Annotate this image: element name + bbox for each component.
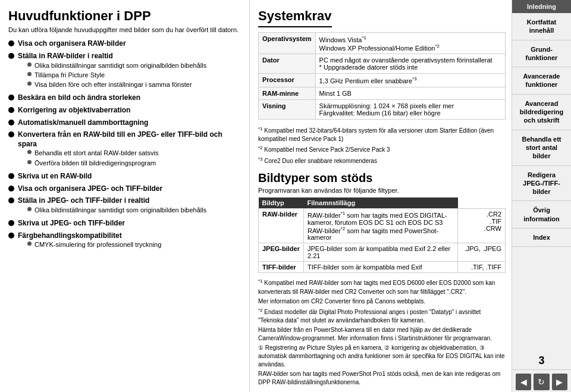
bullet-icon bbox=[8, 131, 14, 137]
left-section-item: Ställa in RAW-bilder i realtidOlika bild… bbox=[8, 52, 242, 90]
bullet-icon bbox=[8, 186, 14, 192]
left-sections: Visa och organisera RAW-bilderStälla in … bbox=[8, 39, 242, 250]
sysreq-value: 1,3 GHz Pentium eller snabbare*3 bbox=[315, 74, 505, 87]
sidebar-inledning-header: Inledning bbox=[512, 0, 571, 13]
bild-desc: TIFF-bilder som är kompatibla med Exif bbox=[303, 262, 457, 273]
bild-ext: .TIF, .TIFF bbox=[458, 262, 506, 273]
sub-bullet-icon bbox=[27, 150, 32, 154]
bild-row: TIFF-bilderTIFF-bilder som är kompatibla… bbox=[259, 262, 506, 273]
section-label: Beskära en bild och ändra storleken bbox=[18, 93, 140, 102]
bild-type: JPEG-bilder bbox=[259, 243, 304, 262]
sysreq-value: Skärmupplösning: 1 024 × 768 pixels elle… bbox=[315, 99, 505, 119]
bullet-icon bbox=[8, 107, 14, 113]
bild-footnote: *1 Kompatibel med RAW-bilder som har tag… bbox=[258, 278, 506, 296]
sidebar-nav: ◀ ↻ ▶ bbox=[512, 369, 571, 392]
left-section-item: Ställa in JPEG- och TIFF-bilder i realti… bbox=[8, 196, 242, 216]
sysreq-footnote: *1 Kompatibel med 32-bitars/64-bitars sy… bbox=[258, 126, 506, 143]
sysreq-row: VisningSkärmupplösning: 1 024 × 768 pixe… bbox=[259, 99, 506, 119]
sidebar-item-7[interactable]: Index bbox=[512, 228, 571, 247]
bild-footnote: Mer information om CR2 Converter finns p… bbox=[258, 297, 506, 306]
left-section-item: Skriva ut JPEG- och TIFF-bilder bbox=[8, 219, 242, 228]
sidebar-item-6[interactable]: Övrig information bbox=[512, 201, 571, 228]
section-label: Automatisk/manuell dammborttagning bbox=[18, 118, 148, 127]
sidebar-item-3[interactable]: Avancerad bildredigering och utskrift bbox=[512, 95, 571, 130]
section-label: Konvertera från en RAW-bild till en JPEG… bbox=[18, 130, 222, 148]
sysreq-row: OperativsystemWindows Vista*1Windows XP … bbox=[259, 33, 506, 54]
sysreq-value: Windows Vista*1Windows XP Professional/H… bbox=[315, 33, 505, 54]
sysreq-row: Processor1,3 GHz Pentium eller snabbare*… bbox=[259, 74, 506, 87]
page-number: 3 bbox=[512, 352, 571, 369]
bild-desc: JPEG-bilder som är kompatibla med Exif 2… bbox=[303, 243, 457, 262]
section-label: Ställa in JPEG- och TIFF-bilder i realti… bbox=[18, 196, 149, 205]
sidebar-item-0[interactable]: Kortfattat innehåll bbox=[512, 13, 571, 40]
sidebar-items: Kortfattat innehållGrund- funktionerAvan… bbox=[512, 13, 571, 247]
sidebar-item-4[interactable]: Behandla ett stort antal bilder bbox=[512, 130, 571, 166]
sysreq-value: Minst 1 GB bbox=[315, 87, 505, 99]
left-section-item: Visa och organisera JPEG- och TIFF-bilde… bbox=[8, 184, 242, 194]
section-label: Korrigering av objektivaberration bbox=[18, 106, 130, 114]
bild-type: TIFF-bilder bbox=[259, 262, 304, 273]
sysreq-label: Processor bbox=[259, 74, 316, 87]
bullet-icon bbox=[8, 53, 14, 59]
bild-desc: RAW-bilder*1 som har tagits med EOS DIGI… bbox=[303, 208, 457, 243]
sub-item-label: Olika bildinställningar samtidigt som or… bbox=[34, 61, 206, 70]
section-label: Visa och organisera JPEG- och TIFF-bilde… bbox=[18, 184, 162, 193]
page-subtitle: Du kan utföra följande huvuduppgifter me… bbox=[8, 26, 242, 33]
bullet-icon bbox=[8, 40, 14, 46]
nav-prev-button[interactable]: ◀ bbox=[516, 374, 531, 390]
bild-footnotes: *1 Kompatibel med RAW-bilder som har tag… bbox=[258, 278, 506, 387]
sysreq-row: DatorPC med något av ovanstående operati… bbox=[259, 54, 506, 74]
sidebar: Inledning Kortfattat innehållGrund- funk… bbox=[512, 0, 571, 392]
sub-item: Visa bilden före och efter inställningar… bbox=[27, 80, 206, 89]
bullet-icon bbox=[8, 197, 14, 203]
nav-refresh-button[interactable]: ↻ bbox=[534, 374, 549, 390]
bild-row: JPEG-bilderJPEG-bilder som är kompatibla… bbox=[259, 243, 506, 262]
sysreq-footnotes: *1 Kompatibel med 32-bitars/64-bitars sy… bbox=[258, 126, 506, 165]
bild-ext: .JPG, .JPEG bbox=[458, 243, 506, 262]
left-section-item: FärgbehandlingskompatibilitetCMYK-simule… bbox=[8, 231, 242, 251]
section-label: Ställa in RAW-bilder i realtid bbox=[18, 52, 113, 60]
bullet-icon bbox=[8, 173, 14, 179]
bild-type: RAW-bilder bbox=[259, 208, 304, 243]
sysreq-footnote: *3 Core2 Duo eller snabbare rekommendera… bbox=[258, 156, 506, 165]
nav-next-button[interactable]: ▶ bbox=[552, 374, 567, 390]
sidebar-item-1[interactable]: Grund- funktioner bbox=[512, 40, 571, 68]
bild-row: RAW-bilderRAW-bilder*1 som har tagits me… bbox=[259, 208, 506, 243]
sysreq-label: RAM-minne bbox=[259, 87, 316, 99]
sysreq-label: Visning bbox=[259, 99, 316, 119]
sub-bullet-icon bbox=[27, 242, 32, 246]
sysreq-footnote: *2 Kompatibel med Service Pack 2/Service… bbox=[258, 145, 506, 154]
sysreq-row: RAM-minneMinst 1 GB bbox=[259, 87, 506, 99]
section-label: Skriva ut en RAW-bild bbox=[18, 172, 92, 180]
section-label: Skriva ut JPEG- och TIFF-bilder bbox=[18, 219, 125, 227]
sub-item: Behandla ett stort antal RAW-bilder sats… bbox=[27, 149, 242, 157]
sub-bullet-icon bbox=[27, 62, 32, 67]
sub-item-label: Olika bildinställningar samtidigt som or… bbox=[34, 206, 206, 214]
sub-item: Olika bildinställningar samtidigt som or… bbox=[27, 206, 206, 214]
sysreq-label: Dator bbox=[259, 54, 316, 74]
bildtyper-title: Bildtyper som stöds bbox=[258, 171, 506, 185]
bullet-icon bbox=[8, 95, 14, 101]
sub-bullet-icon bbox=[27, 160, 32, 164]
sub-item-label: CMYK-simulering för professionell tryckn… bbox=[34, 240, 161, 249]
sub-bullet-icon bbox=[27, 72, 32, 76]
sysreq-label: Operativsystem bbox=[259, 33, 316, 54]
sub-item-label: Behandla ett stort antal RAW-bilder sats… bbox=[34, 149, 158, 157]
left-section-item: Skriva ut en RAW-bild bbox=[8, 172, 242, 181]
left-section-item: Automatisk/manuell dammborttagning bbox=[8, 118, 242, 128]
section-label: Färgbehandlingskompatibilitet bbox=[18, 231, 122, 240]
sidebar-item-2[interactable]: Avancerade funktioner bbox=[512, 67, 571, 95]
bild-footnote: ① Registrering av Picture Styles på en k… bbox=[258, 344, 506, 369]
sub-item-label: Tillämpa fri Picture Style bbox=[34, 71, 105, 79]
bild-footnote: Hämta bilder från en PowerShot-kamera ti… bbox=[258, 326, 506, 343]
bild-footnote: *2 Endast modeller där Digital Photo Pro… bbox=[258, 307, 506, 325]
bildtyper-desc: Programvaran kan användas för följande f… bbox=[258, 187, 506, 194]
sidebar-item-5[interactable]: Redigera JPEG-/TIFF- bilder bbox=[512, 166, 571, 202]
right-panel: Systemkrav OperativsystemWindows Vista*1… bbox=[250, 0, 512, 392]
bild-ext: .CR2.TIF.CRW bbox=[458, 208, 506, 243]
systemkrav-title: Systemkrav bbox=[258, 8, 332, 27]
bildtyper-section: Bildtyper som stöds Programvaran kan anv… bbox=[258, 171, 506, 387]
sub-item: Olika bildinställningar samtidigt som or… bbox=[27, 61, 206, 70]
bullet-icon bbox=[8, 120, 14, 126]
sub-item: CMYK-simulering för professionell tryckn… bbox=[27, 240, 161, 249]
